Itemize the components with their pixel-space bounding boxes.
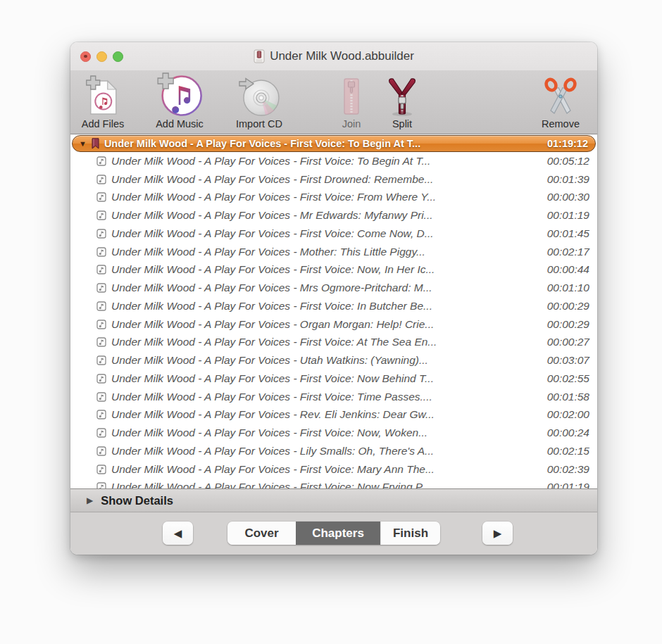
track-row[interactable]: Under Milk Wood - A Play For Voices - Fi… [70, 460, 597, 479]
track-duration: 00:02:15 [539, 445, 589, 457]
music-note-icon [96, 301, 106, 311]
track-title: Under Milk Wood - A Play For Voices - Li… [111, 445, 534, 457]
import-cd-button[interactable]: Import CD [236, 73, 282, 130]
music-note-icon [96, 410, 106, 419]
window-title-group: Under Milk Wood.abbuilder [254, 49, 414, 63]
music-note-icon [96, 247, 106, 257]
track-title: Under Milk Wood - A Play For Voices - Ut… [111, 354, 534, 367]
add-files-icon [85, 73, 120, 117]
track-duration: 00:00:44 [539, 263, 589, 276]
track-title: Under Milk Wood - A Play For Voices - Fi… [111, 155, 534, 168]
track-title: Under Milk Wood - A Play For Voices - Fi… [111, 336, 534, 348]
music-note-icon [96, 320, 106, 329]
music-note-icon [96, 428, 106, 438]
track-title: Under Milk Wood - A Play For Voices - Fi… [111, 391, 534, 403]
track-row[interactable]: Under Milk Wood - A Play For Voices - Fi… [70, 334, 597, 352]
track-title: Under Milk Wood - A Play For Voices - Fi… [111, 173, 534, 186]
track-row[interactable]: Under Milk Wood - A Play For Voices - Fi… [70, 388, 597, 406]
track-row[interactable]: Under Milk Wood - A Play For Voices - Fi… [70, 170, 597, 189]
forward-arrow-icon: ▶ [494, 527, 502, 540]
track-row[interactable]: Under Milk Wood - A Play For Voices - Li… [70, 442, 597, 460]
add-files-button[interactable]: Add Files [82, 73, 124, 130]
track-duration: 00:00:24 [539, 427, 589, 439]
toolbar: Add Files Add [70, 70, 597, 134]
split-icon [385, 73, 420, 117]
track-row[interactable]: Under Milk Wood - A Play For Voices - Fi… [70, 152, 597, 170]
track-row[interactable]: Under Milk Wood - A Play For Voices - Mr… [70, 279, 597, 297]
track-duration: 00:01:58 [539, 391, 589, 403]
zoom-button[interactable] [113, 51, 123, 62]
track-duration: 00:00:30 [539, 191, 589, 203]
track-row[interactable]: Under Milk Wood - A Play For Voices - Fi… [70, 479, 597, 489]
track-row[interactable]: Under Milk Wood - A Play For Voices - Fi… [70, 297, 597, 315]
disclosure-triangle-icon[interactable]: ▼ [79, 140, 87, 148]
music-note-icon [96, 265, 106, 274]
track-duration: 00:03:07 [539, 354, 589, 367]
import-cd-icon [237, 73, 281, 117]
document-proxy-icon[interactable] [254, 49, 265, 63]
music-note-icon [96, 156, 106, 166]
track-row[interactable]: Under Milk Wood - A Play For Voices - Fi… [70, 370, 597, 388]
traffic-lights [80, 42, 123, 70]
track-row[interactable]: Under Milk Wood - A Play For Voices - Fi… [70, 189, 597, 207]
split-button[interactable]: Split [385, 73, 420, 130]
split-label: Split [392, 118, 412, 130]
chapter-header-row[interactable]: ▼ Under Milk Wood - A Play For Voices - … [72, 135, 596, 152]
page-segmented-control: Cover Chapters Finish [227, 522, 440, 545]
music-note-icon [96, 210, 106, 220]
track-duration: 00:02:55 [539, 372, 589, 385]
track-duration: 00:05:12 [539, 155, 589, 168]
tab-chapters[interactable]: Chapters [296, 522, 380, 545]
import-cd-label: Import CD [236, 118, 282, 130]
remove-button[interactable]: Remove [540, 73, 581, 130]
track-row[interactable]: Under Milk Wood - A Play For Voices - Mo… [70, 243, 597, 261]
back-arrow-icon: ◀ [174, 527, 182, 540]
details-disclosure-icon[interactable]: ▶ [87, 496, 93, 505]
track-title: Under Milk Wood - A Play For Voices - Fi… [111, 463, 534, 476]
track-title: Under Milk Wood - A Play For Voices - Or… [111, 318, 534, 331]
track-row[interactable]: Under Milk Wood - A Play For Voices - Re… [70, 406, 597, 424]
track-title: Under Milk Wood - A Play For Voices - Mo… [111, 246, 534, 258]
track-duration: 00:02:39 [539, 463, 589, 476]
track-title: Under Milk Wood - A Play For Voices - Fi… [111, 427, 534, 439]
music-note-icon [96, 337, 106, 347]
join-label: Join [342, 118, 361, 130]
track-row[interactable]: Under Milk Wood - A Play For Voices - Fi… [70, 424, 597, 442]
music-note-icon [96, 192, 106, 202]
music-note-icon [96, 355, 106, 365]
show-details-bar[interactable]: ▶ Show Details [70, 488, 597, 512]
add-music-icon [156, 73, 203, 117]
track-row[interactable]: Under Milk Wood - A Play For Voices - Or… [70, 315, 597, 334]
track-duration: 00:01:19 [539, 481, 589, 488]
add-music-label: Add Music [156, 118, 204, 130]
track-duration: 00:01:39 [539, 173, 589, 186]
app-window: Under Milk Wood.abbuilder Add Files [70, 42, 597, 555]
music-note-icon [96, 446, 106, 456]
back-button[interactable]: ◀ [163, 522, 193, 545]
close-button[interactable] [80, 51, 91, 62]
join-button[interactable]: Join [339, 73, 363, 130]
window-title: Under Milk Wood.abbuilder [270, 49, 414, 63]
minimize-button[interactable] [96, 51, 107, 62]
music-note-icon [96, 465, 106, 474]
track-title: Under Milk Wood - A Play For Voices - Fi… [111, 191, 534, 203]
tab-finish[interactable]: Finish [380, 522, 440, 545]
track-title: Under Milk Wood - A Play For Voices - Mr… [111, 209, 534, 222]
music-note-icon [96, 392, 106, 402]
forward-button[interactable]: ▶ [482, 522, 513, 545]
join-icon [339, 73, 363, 117]
music-note-icon [96, 374, 106, 384]
add-music-button[interactable]: Add Music [156, 73, 204, 130]
music-note-icon [96, 482, 106, 488]
title-bar: Under Milk Wood.abbuilder [70, 42, 597, 70]
bookmark-icon [92, 138, 99, 149]
chapter-list: ▼ Under Milk Wood - A Play For Voices - … [70, 134, 597, 488]
remove-icon [540, 73, 581, 117]
show-details-label: Show Details [101, 494, 173, 507]
track-duration: 00:02:17 [539, 246, 589, 258]
track-row[interactable]: Under Milk Wood - A Play For Voices - Ut… [70, 351, 597, 370]
track-row[interactable]: Under Milk Wood - A Play For Voices - Fi… [70, 261, 597, 279]
tab-cover[interactable]: Cover [227, 522, 296, 545]
track-row[interactable]: Under Milk Wood - A Play For Voices - Mr… [70, 206, 597, 225]
track-row[interactable]: Under Milk Wood - A Play For Voices - Fi… [70, 225, 597, 243]
